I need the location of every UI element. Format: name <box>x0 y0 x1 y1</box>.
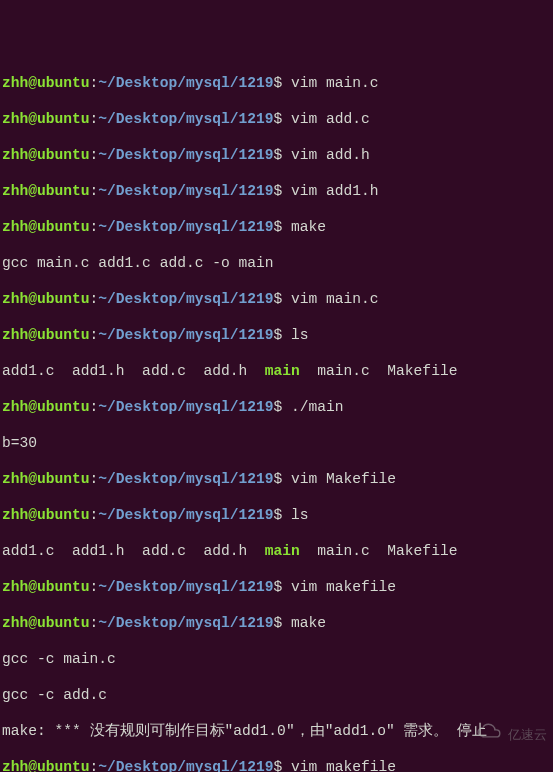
terminal-line: zhh@ubuntu:~/Desktop/mysql/1219$ vim add… <box>2 182 551 200</box>
cmd: vim main.c <box>282 75 378 91</box>
user-host: zhh@ubuntu <box>2 111 90 127</box>
user-host: zhh@ubuntu <box>2 399 90 415</box>
cwd-path: ~/Desktop/mysql/1219 <box>98 615 273 631</box>
cwd-path: ~/Desktop/mysql/1219 <box>98 219 273 235</box>
terminal-line: zhh@ubuntu:~/Desktop/mysql/1219$ make <box>2 614 551 632</box>
cwd-path: ~/Desktop/mysql/1219 <box>98 327 273 343</box>
cwd-path: ~/Desktop/mysql/1219 <box>98 507 273 523</box>
cmd: make <box>282 219 326 235</box>
ls-output: add1.c add1.h add.c add.h main main.c Ma… <box>2 362 551 380</box>
cwd-path: ~/Desktop/mysql/1219 <box>98 111 273 127</box>
cwd-path: ~/Desktop/mysql/1219 <box>98 75 273 91</box>
user-host: zhh@ubuntu <box>2 219 90 235</box>
ls-output: add1.c add1.h add.c add.h main main.c Ma… <box>2 542 551 560</box>
cmd: vim makefile <box>282 579 396 595</box>
cmd: vim main.c <box>282 291 378 307</box>
cwd-path: ~/Desktop/mysql/1219 <box>98 399 273 415</box>
cwd-path: ~/Desktop/mysql/1219 <box>98 183 273 199</box>
output-line: b=30 <box>2 434 551 452</box>
cmd: make <box>282 615 326 631</box>
cmd: vim makefile <box>282 759 396 772</box>
cmd: ls <box>282 507 308 523</box>
cwd-path: ~/Desktop/mysql/1219 <box>98 579 273 595</box>
user-host: zhh@ubuntu <box>2 183 90 199</box>
output-line: gcc -c main.c <box>2 650 551 668</box>
terminal-line: zhh@ubuntu:~/Desktop/mysql/1219$ vim add… <box>2 110 551 128</box>
user-host: zhh@ubuntu <box>2 327 90 343</box>
cwd-path: ~/Desktop/mysql/1219 <box>98 291 273 307</box>
cmd: vim Makefile <box>282 471 396 487</box>
watermark-text: 亿速云 <box>508 726 547 744</box>
terminal-line: zhh@ubuntu:~/Desktop/mysql/1219$ vim mai… <box>2 290 551 308</box>
user-host: zhh@ubuntu <box>2 615 90 631</box>
cmd: vim add1.h <box>282 183 378 199</box>
cmd: ./main <box>282 399 343 415</box>
cwd-path: ~/Desktop/mysql/1219 <box>98 471 273 487</box>
cloud-icon <box>462 705 504 764</box>
user-host: zhh@ubuntu <box>2 471 90 487</box>
terminal-line: zhh@ubuntu:~/Desktop/mysql/1219$ vim add… <box>2 146 551 164</box>
cmd: vim add.c <box>282 111 370 127</box>
watermark: 亿速云 <box>462 705 547 764</box>
exec-file: main <box>265 543 300 559</box>
user-host: zhh@ubuntu <box>2 507 90 523</box>
cwd-path: ~/Desktop/mysql/1219 <box>98 147 273 163</box>
cmd: ls <box>282 327 308 343</box>
terminal-line: zhh@ubuntu:~/Desktop/mysql/1219$ vim mak… <box>2 578 551 596</box>
user-host: zhh@ubuntu <box>2 75 90 91</box>
user-host: zhh@ubuntu <box>2 579 90 595</box>
terminal-line: zhh@ubuntu:~/Desktop/mysql/1219$ ./main <box>2 398 551 416</box>
terminal-line: zhh@ubuntu:~/Desktop/mysql/1219$ make <box>2 218 551 236</box>
cwd-path: ~/Desktop/mysql/1219 <box>98 759 273 772</box>
user-host: zhh@ubuntu <box>2 147 90 163</box>
terminal-line: zhh@ubuntu:~/Desktop/mysql/1219$ vim mai… <box>2 74 551 92</box>
terminal-line: zhh@ubuntu:~/Desktop/mysql/1219$ vim Mak… <box>2 470 551 488</box>
exec-file: main <box>265 363 300 379</box>
output-line: gcc -c add.c <box>2 686 551 704</box>
output-line: gcc main.c add1.c add.c -o main <box>2 254 551 272</box>
terminal-line: zhh@ubuntu:~/Desktop/mysql/1219$ ls <box>2 326 551 344</box>
cmd: vim add.h <box>282 147 370 163</box>
user-host: zhh@ubuntu <box>2 759 90 772</box>
user-host: zhh@ubuntu <box>2 291 90 307</box>
terminal-line: zhh@ubuntu:~/Desktop/mysql/1219$ ls <box>2 506 551 524</box>
